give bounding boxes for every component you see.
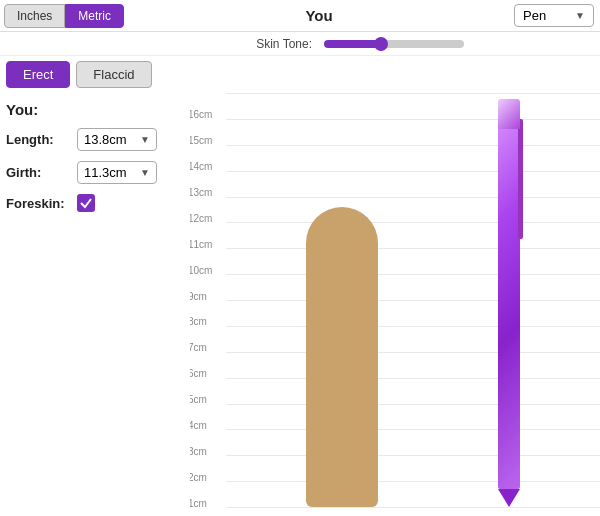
chevron-down-icon: ▼ — [140, 134, 150, 145]
inches-button[interactable]: Inches — [4, 4, 65, 28]
checkmark-icon — [80, 197, 92, 209]
flaccid-button[interactable]: Flaccid — [76, 61, 151, 88]
grid-line-label: 7cm — [190, 342, 207, 353]
grid-line-label: 14cm — [190, 161, 212, 172]
you-column-label: You — [124, 7, 514, 24]
grid-line-label: 2cm — [190, 471, 207, 482]
grid-line-label: 9cm — [190, 290, 207, 301]
grid-line-label: 13cm — [190, 187, 212, 198]
length-value: 13.8cm — [84, 132, 127, 147]
metric-button[interactable]: Metric — [65, 4, 124, 28]
unit-toggle-group: Inches Metric — [4, 4, 124, 28]
foreskin-checkbox-wrap — [77, 194, 95, 212]
skin-tone-slider[interactable] — [324, 40, 464, 48]
chevron-down-icon: ▼ — [140, 167, 150, 178]
grid-line-label: 4cm — [190, 419, 207, 430]
grid-line-label: 11cm — [190, 238, 212, 249]
state-row: Erect Flaccid — [0, 56, 600, 93]
grid-line-label: 5cm — [190, 394, 207, 405]
length-label: Length: — [6, 132, 71, 147]
grid-line-label: 17cm — [190, 93, 212, 94]
pen-label: Pen — [523, 8, 546, 23]
pen-body — [498, 99, 520, 489]
main-content: You: Length: 13.8cm ▼ Girth: 11.3cm ▼ Fo… — [0, 93, 600, 515]
skin-tone-row: Skin Tone: — [0, 32, 600, 56]
grid-line-label: 8cm — [190, 316, 207, 327]
girth-value: 11.3cm — [84, 165, 127, 180]
you-heading: You: — [6, 101, 184, 118]
girth-dropdown[interactable]: 11.3cm ▼ — [77, 161, 157, 184]
foreskin-label: Foreskin: — [6, 196, 71, 211]
foreskin-checkbox[interactable] — [77, 194, 95, 212]
grid-container: 17cm16cm15cm14cm13cm12cm11cm10cm9cm8cm7c… — [190, 93, 600, 507]
grid-line-label: 15cm — [190, 135, 212, 146]
foreskin-row: Foreskin: — [6, 194, 184, 212]
penis-figure — [306, 207, 378, 507]
grid-line: 1cm — [226, 507, 600, 508]
top-bar: Inches Metric You Pen ▼ — [0, 0, 600, 32]
pen-cap — [498, 99, 520, 129]
skin-tone-label: Skin Tone: — [136, 37, 316, 51]
pen-clip — [518, 119, 523, 239]
erect-button[interactable]: Erect — [6, 61, 70, 88]
pen-tip-icon — [498, 489, 520, 507]
penis-shaft — [306, 207, 378, 507]
grid-line-label: 16cm — [190, 109, 212, 120]
comparison-objects — [226, 93, 600, 507]
skin-tone-slider-wrap — [324, 36, 464, 51]
chart-area: 17cm16cm15cm14cm13cm12cm11cm10cm9cm8cm7c… — [190, 93, 600, 515]
pen-dropdown[interactable]: Pen ▼ — [514, 4, 594, 27]
grid-line-label: 3cm — [190, 445, 207, 456]
grid-line-label: 6cm — [190, 368, 207, 379]
length-dropdown[interactable]: 13.8cm ▼ — [77, 128, 157, 151]
grid-line-label: 10cm — [190, 264, 212, 275]
left-panel: You: Length: 13.8cm ▼ Girth: 11.3cm ▼ Fo… — [0, 93, 190, 515]
grid-line-label: 12cm — [190, 212, 212, 223]
girth-row: Girth: 11.3cm ▼ — [6, 161, 184, 184]
grid-line-label: 1cm — [190, 497, 207, 508]
chevron-down-icon: ▼ — [575, 10, 585, 21]
pen-figure — [498, 99, 520, 507]
length-row: Length: 13.8cm ▼ — [6, 128, 184, 151]
girth-label: Girth: — [6, 165, 71, 180]
